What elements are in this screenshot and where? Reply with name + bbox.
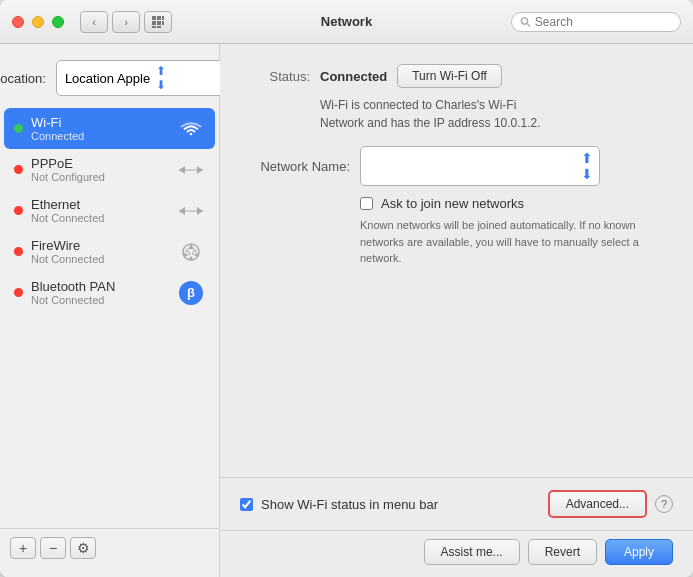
search-bar[interactable] — [511, 12, 681, 32]
main-content: Location: Location Apple ⬆⬇ Wi-Fi Connec… — [0, 44, 693, 577]
network-preferences-window: ‹ › Network — [0, 0, 693, 577]
svg-marker-14 — [197, 207, 203, 215]
svg-point-20 — [190, 256, 193, 259]
wifi-name: Wi-Fi — [31, 115, 177, 130]
close-button[interactable] — [12, 16, 24, 28]
status-description: Wi-Fi is connected to Charles's Wi-FiNet… — [320, 96, 663, 132]
grid-button[interactable] — [144, 11, 172, 33]
network-name-label: Network Name: — [250, 159, 350, 174]
svg-marker-15 — [179, 207, 185, 215]
pppoe-status-dot — [14, 165, 23, 174]
bluetooth-status-dot — [14, 288, 23, 297]
show-wifi-row[interactable]: Show Wi-Fi status in menu bar — [240, 497, 438, 512]
bottom-actions: Advanced... ? — [548, 490, 673, 518]
sidebar-item-pppoe[interactable]: PPPoE Not Configured — [4, 149, 215, 190]
ask-to-join-checkbox[interactable] — [360, 197, 373, 210]
ethernet-name: Ethernet — [31, 197, 177, 212]
network-name-arrow-icon: ⬆⬇ — [581, 150, 593, 182]
join-networks-help-text: Known networks will be joined automatica… — [360, 217, 640, 267]
traffic-lights — [12, 16, 64, 28]
search-input[interactable] — [535, 15, 672, 29]
sidebar-bottom: + − ⚙ — [0, 528, 219, 567]
location-row: Location: Location Apple ⬆⬇ — [0, 54, 219, 108]
svg-line-9 — [527, 23, 530, 26]
svg-point-21 — [196, 253, 199, 256]
svg-marker-11 — [197, 166, 203, 174]
svg-rect-2 — [162, 16, 164, 20]
right-panel: Status: Connected Turn Wi-Fi Off Wi-Fi i… — [220, 44, 693, 577]
svg-rect-3 — [152, 21, 156, 25]
show-wifi-checkbox[interactable] — [240, 498, 253, 511]
svg-rect-1 — [157, 16, 161, 20]
bottom-bar: Show Wi-Fi status in menu bar Advanced..… — [220, 477, 693, 530]
network-options-button[interactable]: ⚙ — [70, 537, 96, 559]
svg-point-22 — [184, 253, 187, 256]
pppoe-icon — [177, 158, 205, 182]
bluetooth-status: Not Connected — [31, 294, 177, 306]
ask-to-join-label: Ask to join new networks — [381, 196, 524, 211]
status-label: Status: — [250, 69, 310, 84]
svg-rect-4 — [157, 21, 161, 25]
turn-wifi-off-button[interactable]: Turn Wi-Fi Off — [397, 64, 502, 88]
sidebar-item-wifi[interactable]: Wi-Fi Connected — [4, 108, 215, 149]
ethernet-status-dot — [14, 206, 23, 215]
maximize-button[interactable] — [52, 16, 64, 28]
status-row: Status: Connected Turn Wi-Fi Off — [250, 64, 663, 88]
bluetooth-name: Bluetooth PAN — [31, 279, 177, 294]
firewire-status-dot — [14, 247, 23, 256]
network-name-row: Network Name: ⬆⬇ — [250, 146, 663, 186]
show-wifi-label: Show Wi-Fi status in menu bar — [261, 497, 438, 512]
pppoe-name: PPPoE — [31, 156, 177, 171]
pppoe-status: Not Configured — [31, 171, 177, 183]
sidebar-item-firewire[interactable]: FireWire Not Connected — [4, 231, 215, 272]
window-title: Network — [321, 14, 372, 29]
search-icon — [520, 16, 531, 28]
firewire-status: Not Connected — [31, 253, 177, 265]
title-bar: ‹ › Network — [0, 0, 693, 44]
advanced-button[interactable]: Advanced... — [548, 490, 647, 518]
wifi-status-dot — [14, 124, 23, 133]
status-value: Connected — [320, 69, 387, 84]
svg-rect-0 — [152, 16, 156, 20]
location-label: Location: — [0, 71, 46, 86]
network-name-input[interactable] — [367, 159, 577, 173]
svg-marker-12 — [179, 166, 185, 174]
svg-rect-6 — [152, 26, 156, 28]
back-button[interactable]: ‹ — [80, 11, 108, 33]
sidebar-item-ethernet[interactable]: Ethernet Not Connected — [4, 190, 215, 231]
ethernet-icon — [177, 199, 205, 223]
settings-panel: Status: Connected Turn Wi-Fi Off Wi-Fi i… — [220, 44, 693, 477]
sidebar: Location: Location Apple ⬆⬇ Wi-Fi Connec… — [0, 44, 220, 577]
firewire-icon — [177, 240, 205, 264]
wifi-status: Connected — [31, 130, 177, 142]
svg-rect-5 — [162, 21, 164, 25]
svg-rect-7 — [157, 26, 161, 28]
ethernet-status: Not Connected — [31, 212, 177, 224]
action-row: Assist me... Revert Apply — [220, 530, 693, 577]
help-icon-button[interactable]: ? — [655, 495, 673, 513]
apply-button[interactable]: Apply — [605, 539, 673, 565]
bluetooth-icon: β — [177, 281, 205, 305]
wifi-icon — [177, 117, 205, 141]
ask-to-join-row[interactable]: Ask to join new networks — [360, 196, 663, 211]
forward-button[interactable]: › — [112, 11, 140, 33]
nav-buttons: ‹ › — [80, 11, 140, 33]
remove-network-button[interactable]: − — [40, 537, 66, 559]
location-value: Location Apple — [65, 71, 150, 86]
assist-me-button[interactable]: Assist me... — [424, 539, 520, 565]
firewire-name: FireWire — [31, 238, 177, 253]
sidebar-item-bluetooth[interactable]: Bluetooth PAN Not Connected β — [4, 272, 215, 313]
svg-point-8 — [521, 17, 527, 23]
location-arrow-icon: ⬆⬇ — [156, 64, 166, 92]
revert-button[interactable]: Revert — [528, 539, 597, 565]
location-dropdown[interactable]: Location Apple ⬆⬇ — [56, 60, 226, 96]
network-name-input-wrapper[interactable]: ⬆⬇ — [360, 146, 600, 186]
add-network-button[interactable]: + — [10, 537, 36, 559]
minimize-button[interactable] — [32, 16, 44, 28]
